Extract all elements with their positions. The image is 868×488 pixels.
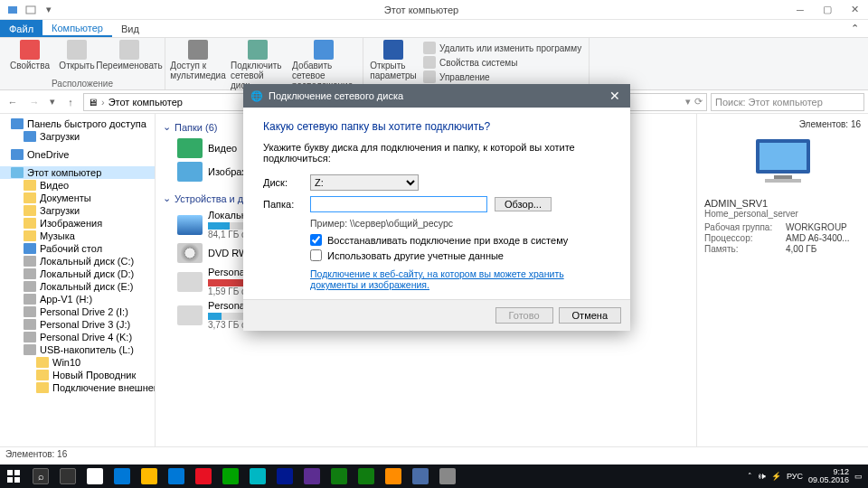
nav-pd3[interactable]: Personal Drive 3 (J:) bbox=[0, 318, 155, 331]
dialog-heading: Какую сетевую папку вы хотите подключить… bbox=[263, 120, 610, 133]
uninstall-button[interactable]: Удалить или изменить программу bbox=[420, 41, 585, 55]
tray-icon[interactable]: 🕪 bbox=[758, 472, 766, 481]
folder-icon bbox=[36, 357, 49, 368]
taskbar-app[interactable] bbox=[244, 465, 271, 488]
open-settings-button[interactable]: Открыть параметры bbox=[367, 40, 420, 80]
dropdown-icon[interactable]: ▾ bbox=[685, 96, 691, 108]
cancel-button[interactable]: Отмена bbox=[559, 307, 621, 324]
nav-extconn[interactable]: Подключение внешнего н bbox=[0, 381, 155, 394]
taskbar: ⌕ ˄ 🕪 ⚡ РУС 9:1209.05.2016 ▭ bbox=[0, 465, 868, 488]
dialog-instruction: Укажите букву диска для подключения и па… bbox=[263, 142, 610, 164]
svg-rect-4 bbox=[774, 175, 792, 179]
nav-this-pc[interactable]: Этот компьютер bbox=[0, 166, 155, 179]
reconnect-checkbox[interactable]: Восстанавливать подключение при входе в … bbox=[310, 234, 610, 246]
taskbar-app[interactable] bbox=[407, 465, 434, 488]
map-drive-dialog: 🌐 Подключение сетевого диска ✕ Какую сет… bbox=[243, 84, 630, 331]
othercreds-checkbox[interactable]: Использовать другие учетные данные bbox=[310, 249, 610, 261]
nav-desktop[interactable]: Рабочий стол bbox=[0, 242, 155, 255]
nav-local-d[interactable]: Локальный диск (D:) bbox=[0, 267, 155, 280]
maximize-button[interactable]: ▢ bbox=[814, 0, 841, 20]
ribbon-collapse-icon[interactable]: ⌃ bbox=[842, 20, 868, 37]
folder-icon bbox=[24, 230, 36, 241]
folder-icon bbox=[24, 180, 36, 191]
nav-appv[interactable]: App-V1 (H:) bbox=[0, 293, 155, 305]
nav-downloads[interactable]: Загрузки bbox=[0, 130, 155, 143]
download-icon bbox=[24, 131, 36, 142]
open-button[interactable]: Открыть bbox=[56, 40, 98, 70]
close-button[interactable]: ✕ bbox=[841, 0, 868, 20]
taskbar-app[interactable] bbox=[326, 465, 353, 488]
nav-usb[interactable]: USB-накопитель (L:) bbox=[0, 343, 155, 356]
minimize-button[interactable]: ─ bbox=[787, 0, 814, 20]
taskbar-app[interactable] bbox=[353, 465, 380, 488]
start-button[interactable] bbox=[0, 465, 27, 488]
taskbar-app[interactable] bbox=[434, 465, 461, 488]
drive-icon bbox=[24, 306, 36, 317]
taskbar-app[interactable] bbox=[190, 465, 217, 488]
nav-pd4[interactable]: Personal Drive 4 (K:) bbox=[0, 331, 155, 343]
taskbar-app[interactable] bbox=[217, 465, 244, 488]
folder-input[interactable] bbox=[310, 196, 487, 212]
nav-newexplorer[interactable]: Новый Проводник bbox=[0, 369, 155, 381]
folder-icon bbox=[24, 218, 36, 229]
taskbar-app[interactable] bbox=[298, 465, 326, 488]
folder-icon bbox=[36, 370, 49, 380]
add-netloc-button[interactable]: Добавить сетевое расположение bbox=[288, 40, 359, 90]
close-button[interactable]: ✕ bbox=[607, 89, 623, 103]
up-button[interactable]: ↑ bbox=[61, 93, 80, 111]
nav-music[interactable]: Музыка bbox=[0, 230, 155, 242]
manage-button[interactable]: Управление bbox=[420, 70, 585, 84]
qat-dropdown-icon[interactable]: ▾ bbox=[42, 3, 56, 17]
nav-pd2[interactable]: Personal Drive 2 (I:) bbox=[0, 305, 155, 318]
drive-select[interactable]: Z: bbox=[310, 174, 419, 191]
qat-icon[interactable] bbox=[24, 3, 38, 17]
sysprops-button[interactable]: Свойства системы bbox=[420, 55, 585, 70]
details-pane: Элементов: 16 ADMIN_SRV1 Home_personal_s… bbox=[696, 114, 868, 446]
taskview-button[interactable] bbox=[54, 465, 81, 488]
nav-documents[interactable]: Документы bbox=[0, 192, 155, 204]
nav-quick-access[interactable]: Панель быстрого доступа bbox=[0, 117, 155, 130]
folder-label: Папка: bbox=[263, 199, 303, 210]
finish-button[interactable]: Готово bbox=[495, 307, 553, 324]
nav-video[interactable]: Видео bbox=[0, 179, 155, 192]
chevron-down-icon: ⌄ bbox=[163, 121, 171, 133]
search-button[interactable]: ⌕ bbox=[27, 465, 54, 488]
properties-button[interactable]: Свойства bbox=[4, 40, 56, 70]
history-dropdown[interactable]: ▾ bbox=[47, 93, 58, 111]
nav-local-c[interactable]: Локальный диск (C:) bbox=[0, 255, 155, 267]
browse-button[interactable]: Обзор... bbox=[495, 197, 552, 211]
rename-button[interactable]: Переименовать bbox=[98, 40, 161, 70]
media-access-button[interactable]: Доступ к мультимедиа bbox=[169, 40, 227, 80]
tab-computer[interactable]: Компьютер bbox=[42, 20, 112, 37]
dvd-icon bbox=[177, 243, 203, 263]
nav-onedrive[interactable]: OneDrive bbox=[0, 148, 155, 161]
nav-local-e[interactable]: Локальный диск (E:) bbox=[0, 280, 155, 293]
taskbar-app[interactable] bbox=[136, 465, 163, 488]
nav-images[interactable]: Изображения bbox=[0, 217, 155, 230]
map-drive-button[interactable]: Подключить сетевой диск bbox=[227, 40, 288, 90]
forward-button[interactable]: → bbox=[25, 93, 43, 111]
qat-icon[interactable] bbox=[5, 3, 20, 17]
drive-label: Диск: bbox=[263, 177, 303, 188]
taskbar-app[interactable] bbox=[271, 465, 298, 488]
example-text: Пример: \\сервер\общий_ресурс bbox=[310, 218, 610, 229]
notifications-icon[interactable]: ▭ bbox=[854, 472, 863, 481]
tab-view[interactable]: Вид bbox=[112, 20, 148, 37]
taskbar-app[interactable] bbox=[163, 465, 190, 488]
refresh-icon[interactable]: ⟳ bbox=[694, 96, 703, 108]
search-input[interactable]: Поиск: Этот компьютер bbox=[711, 93, 864, 111]
back-button[interactable]: ← bbox=[4, 93, 22, 111]
tray-icon[interactable]: ⚡ bbox=[771, 472, 781, 481]
website-link[interactable]: Подключение к веб-сайту, на котором вы м… bbox=[310, 268, 610, 290]
nav-win10[interactable]: Win10 bbox=[0, 356, 155, 369]
taskbar-app[interactable] bbox=[108, 465, 136, 488]
clock[interactable]: 9:1209.05.2016 bbox=[808, 468, 849, 485]
taskbar-app[interactable] bbox=[380, 465, 407, 488]
nav-downloads[interactable]: Загрузки bbox=[0, 204, 155, 217]
tray-up-icon[interactable]: ˄ bbox=[748, 472, 752, 481]
taskbar-app[interactable] bbox=[81, 465, 108, 488]
tab-file[interactable]: Файл bbox=[0, 20, 42, 37]
language-indicator[interactable]: РУС bbox=[787, 472, 803, 481]
svg-rect-6 bbox=[7, 470, 13, 475]
details-count: Элементов: 16 bbox=[704, 119, 861, 129]
